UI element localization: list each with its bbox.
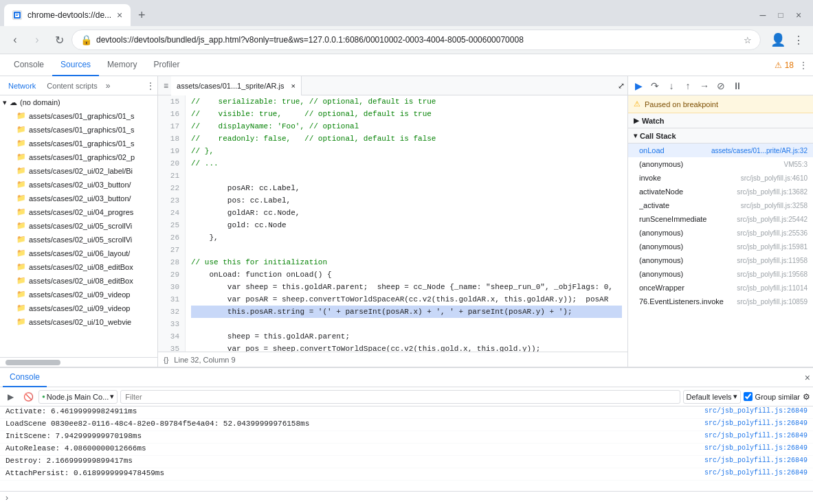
- callstack-item[interactable]: onLoadassets/cases/01...prite/AR.js:32: [628, 144, 813, 157]
- callstack-item[interactable]: (anonymous)src/jsb_polyfill.js:25536: [628, 226, 813, 240]
- code-line[interactable]: // readonly: false, // optional, default…: [191, 133, 622, 145]
- code-line[interactable]: // visible: true, // optional, default i…: [191, 108, 622, 120]
- file-tree-item[interactable]: 📁assets/cases/02_ui/03_button/: [0, 192, 157, 205]
- level-selector[interactable]: Default levels ▾: [683, 390, 741, 404]
- file-tree-item[interactable]: 📁assets/cases/02_ui/09_videop: [0, 288, 157, 301]
- console-source[interactable]: src/jsb_polyfill.js:26849: [704, 420, 808, 427]
- code-line[interactable]: var posAR = sheep.convertToWorldSpaceAR(…: [191, 293, 622, 306]
- file-tree-item[interactable]: 📁assets/cases/02_ui/08_editBox: [0, 274, 157, 288]
- file-tree-item[interactable]: 📁assets/cases/02_ui/02_label/Bi: [0, 164, 157, 178]
- console-input-line[interactable]: ›: [0, 491, 813, 504]
- devtools-more-button[interactable]: ⋮: [799, 60, 808, 70]
- step-out-button[interactable]: ↑: [680, 78, 695, 93]
- back-button[interactable]: ‹: [5, 30, 25, 49]
- resume-button[interactable]: ▶: [631, 78, 646, 93]
- tab-profiler[interactable]: Profiler: [145, 54, 188, 76]
- editor-expand-button[interactable]: ⤢: [615, 81, 627, 91]
- menu-button[interactable]: ⋮: [790, 31, 808, 49]
- code-line[interactable]: // },: [191, 145, 622, 157]
- code-line[interactable]: var pos = sheep.convertToWorldSpace(cc.v…: [191, 343, 622, 352]
- callstack-item[interactable]: runSceneImmediatesrc/jsb_polyfill.js:254…: [628, 212, 813, 226]
- tab-close-button[interactable]: ×: [117, 10, 122, 21]
- address-bar[interactable]: 🔒 devtools://devtools/bundled/js_app.htm…: [71, 30, 761, 50]
- clear-console-button[interactable]: 🚫: [21, 389, 36, 404]
- maximize-button[interactable]: □: [773, 8, 788, 23]
- bookmark-icon[interactable]: ☆: [744, 35, 752, 45]
- code-line[interactable]: [191, 244, 622, 256]
- file-tree-item[interactable]: 📁assets/cases/02_ui/08_editBox: [0, 260, 157, 274]
- console-settings-button[interactable]: ⚙: [803, 392, 810, 402]
- code-line[interactable]: // serializable: true, // optional, defa…: [191, 95, 622, 108]
- reload-button[interactable]: ↻: [49, 30, 69, 49]
- braces-button[interactable]: {}: [164, 356, 168, 364]
- code-line[interactable]: // use this for initialization: [191, 256, 622, 268]
- scroll-thumb[interactable]: [5, 360, 60, 365]
- console-close-button[interactable]: ×: [805, 372, 810, 383]
- tab-sources[interactable]: Sources: [52, 54, 99, 76]
- context-selector[interactable]: ● Node.js Main Co... ▾: [38, 390, 118, 404]
- callstack-item[interactable]: onceWrappersrc/jsb_polyfill.js:11014: [628, 281, 813, 295]
- callstack-item[interactable]: 76.EventListeners.invokesrc/jsb_polyfill…: [628, 295, 813, 308]
- console-source[interactable]: src/jsb_polyfill.js:26849: [704, 407, 808, 415]
- minimize-button[interactable]: –: [755, 8, 770, 23]
- callstack-item[interactable]: invokesrc/jsb_polyfill.js:4610: [628, 171, 813, 185]
- editor-tab-close[interactable]: ×: [291, 82, 296, 90]
- close-button[interactable]: ×: [791, 8, 806, 23]
- file-tree-item[interactable]: 📁assets/cases/02_ui/05_scrollVi: [0, 219, 157, 233]
- code-line[interactable]: },: [191, 231, 622, 244]
- step-button[interactable]: →: [697, 78, 712, 93]
- code-line[interactable]: posAR: cc.Label,: [191, 182, 622, 194]
- panel-tab-network[interactable]: Network: [3, 79, 41, 93]
- group-similar-input[interactable]: [744, 392, 753, 401]
- callstack-item[interactable]: (anonymous)src/jsb_polyfill.js:11958: [628, 253, 813, 267]
- callstack-item[interactable]: _activatesrc/jsb_polyfill.js:3258: [628, 198, 813, 212]
- execute-button[interactable]: ▶: [3, 389, 18, 404]
- domain-item[interactable]: ▾ ☁ (no domain): [0, 95, 157, 109]
- callstack-item[interactable]: (anonymous)VM55:3: [628, 157, 813, 171]
- horizontal-scroll[interactable]: [0, 357, 157, 367]
- panel-tab-content-scripts[interactable]: Content scripts: [41, 79, 102, 93]
- console-source[interactable]: src/jsb_polyfill.js:26849: [704, 457, 808, 464]
- watch-section-header[interactable]: ▶ Watch: [628, 113, 813, 128]
- collapse-left-button[interactable]: ≡: [161, 81, 171, 91]
- callstack-item[interactable]: activateNodesrc/jsb_polyfill.js:13682: [628, 185, 813, 198]
- panel-tab-menu-button[interactable]: ⋮: [146, 81, 155, 91]
- file-tree-item[interactable]: 📁assets/cases/01_graphics/01_s: [0, 137, 157, 150]
- tab-console[interactable]: Console: [5, 54, 52, 76]
- code-line[interactable]: [191, 170, 622, 182]
- callstack-item[interactable]: (anonymous)src/jsb_polyfill.js:15981: [628, 240, 813, 253]
- active-tab[interactable]: chrome-devtools://de... ×: [4, 4, 131, 26]
- file-tree-item[interactable]: 📁assets/cases/01_graphics/02_p: [0, 150, 157, 164]
- file-tree-item[interactable]: 📁assets/cases/02_ui/03_button/: [0, 178, 157, 192]
- forward-button[interactable]: ›: [27, 30, 47, 49]
- file-tree-item[interactable]: 📁assets/cases/02_ui/06_layout/: [0, 247, 157, 260]
- file-tree-item[interactable]: 📁assets/cases/01_graphics/01_s: [0, 123, 157, 137]
- code-line[interactable]: var sheep = this.goldAR.parent; sheep = …: [191, 281, 622, 293]
- filter-input[interactable]: [120, 390, 680, 404]
- code-content[interactable]: // serializable: true, // optional, defa…: [186, 95, 627, 352]
- file-tree-item[interactable]: 📁assets/cases/02_ui/04_progres: [0, 205, 157, 219]
- active-editor-tab[interactable]: assets/cases/01...1_sprite/AR.js ×: [171, 76, 302, 95]
- step-over-button[interactable]: ↷: [647, 78, 662, 93]
- code-line[interactable]: [191, 318, 622, 330]
- panel-tab-more-button[interactable]: »: [106, 81, 111, 91]
- console-source[interactable]: src/jsb_polyfill.js:26849: [704, 444, 808, 452]
- file-tree-item[interactable]: 📁assets/cases/02_ui/09_videop: [0, 301, 157, 315]
- tab-memory[interactable]: Memory: [99, 54, 145, 76]
- code-line[interactable]: // displayName: 'Foo', // optional: [191, 120, 622, 133]
- callstack-item[interactable]: (anonymous)src/jsb_polyfill.js:19568: [628, 267, 813, 281]
- file-tree-item[interactable]: 📁assets/cases/01_graphics/01_s: [0, 109, 157, 123]
- callstack-section-header[interactable]: ▾ Call Stack: [628, 128, 813, 144]
- code-line[interactable]: pos: cc.Label,: [191, 194, 622, 207]
- file-tree-item[interactable]: 📁assets/cases/02_ui/10_webvie: [0, 315, 157, 329]
- step-into-button[interactable]: ↓: [664, 78, 679, 93]
- code-line[interactable]: // ...: [191, 157, 622, 170]
- account-button[interactable]: 👤: [769, 31, 787, 49]
- console-source[interactable]: src/jsb_polyfill.js:26849: [704, 469, 808, 477]
- console-tab[interactable]: Console: [3, 368, 47, 387]
- code-line[interactable]: gold: cc.Node: [191, 219, 622, 231]
- group-similar-checkbox[interactable]: Group similar: [744, 392, 800, 401]
- code-line[interactable]: goldAR: cc.Node,: [191, 207, 622, 219]
- code-line[interactable]: this.posAR.string = '(' + parseInt(posAR…: [191, 306, 622, 318]
- pause-on-exceptions-button[interactable]: ⏸: [730, 78, 745, 93]
